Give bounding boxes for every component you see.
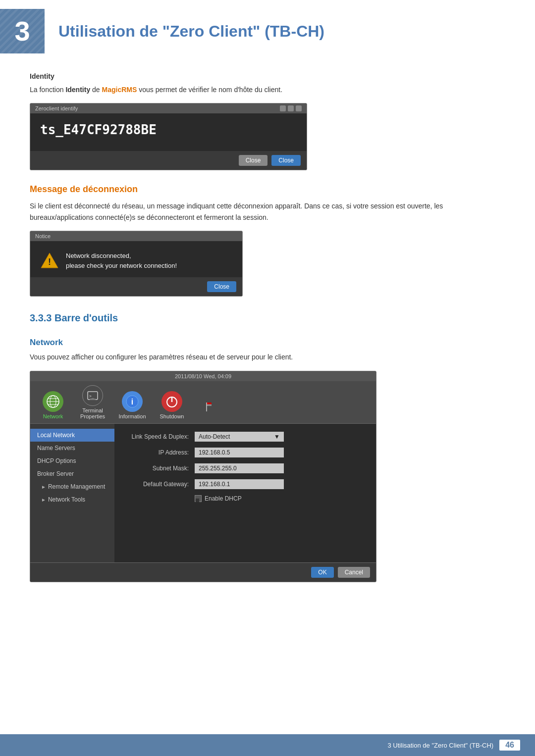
toolbar-shutdown-label: Shutdown	[160, 413, 184, 419]
network-dialog: 2011/08/10 Wed, 04:09 Network	[30, 371, 376, 582]
page-header: 3 Utilisation de "Zero Client" (TB-CH)	[0, 0, 535, 62]
notice-close-btn[interactable]: Close	[207, 281, 236, 292]
warning-icon: !	[40, 251, 59, 270]
notice-body: ! Network disconnected, please check you…	[30, 241, 242, 277]
identity-dialog: Zeroclient identify ts_E47CF92788BE Clos…	[30, 103, 307, 170]
notice-dialog: Notice ! Network disconnected, please ch…	[30, 231, 243, 297]
network-content: Local Network Name Servers DHCP Options …	[30, 424, 376, 562]
page-footer: 3 Utilisation de "Zero Client" (TB-CH) 4…	[0, 734, 535, 756]
sidebar-item-network-tools[interactable]: ►Network Tools	[30, 493, 114, 506]
footer-text: 3 Utilisation de "Zero Client" (TB-CH)	[388, 742, 494, 749]
toolbar-item-network[interactable]: Network	[38, 391, 68, 419]
svg-text:>_: >_	[89, 394, 94, 399]
identity-desc-part1: La fonction	[30, 86, 65, 94]
toolbar-item-information[interactable]: i Information	[117, 391, 147, 419]
link-speed-select[interactable]: Auto-Detect ▼	[195, 432, 284, 442]
barre-heading: 3.3.3 Barre d'outils	[30, 312, 505, 324]
sidebar-item-remote-mgmt[interactable]: ►Remote Management	[30, 480, 114, 493]
network-dialog-footer: OK Cancel	[30, 562, 376, 582]
sidebar-item-broker-server[interactable]: Broker Server	[30, 467, 114, 480]
page-title: Utilisation de "Zero Client" (TB-CH)	[58, 22, 324, 41]
dhcp-label: Enable DHCP	[205, 495, 242, 502]
toolbar-icons-row: Network >_ TerminalProperties	[30, 381, 376, 424]
identity-dialog-titlebar: Zeroclient identify	[30, 103, 307, 113]
network-section: Network Vous pouvez afficher ou configur…	[30, 338, 505, 582]
info-icon: i	[122, 391, 143, 412]
identity-hostname: ts_E47CF92788BE	[40, 122, 297, 137]
identity-dialog-footer: Close Close	[30, 151, 307, 170]
titlebar-controls	[280, 105, 302, 111]
flag-icon-svg	[205, 401, 218, 414]
titlebar-btn-min[interactable]	[280, 105, 286, 111]
arrow-icon-tools: ►	[41, 497, 46, 503]
shutdown-icon	[161, 391, 182, 412]
network-dialog-titlebar: 2011/08/10 Wed, 04:09	[30, 371, 376, 381]
ip-label: IP Address:	[124, 449, 189, 456]
toolbar-terminal-label: TerminalProperties	[80, 407, 105, 419]
identity-desc-part3: vous permet de vérifier le nom d'hôte du…	[137, 86, 282, 94]
notice-line1: Network disconnected,	[66, 251, 177, 261]
svg-text:!: !	[48, 257, 51, 267]
sidebar-item-local-network[interactable]: Local Network	[30, 429, 114, 442]
identity-dialog-body: ts_E47CF92788BE	[30, 113, 307, 151]
subnet-input[interactable]	[195, 463, 284, 473]
network-icon-svg	[46, 395, 60, 408]
titlebar-btn-close[interactable]	[296, 105, 302, 111]
toolbar-item-shutdown[interactable]: Shutdown	[157, 391, 187, 419]
link-speed-value: Auto-Detect	[199, 433, 230, 440]
identity-titlebar-text: Zeroclient identify	[35, 105, 78, 111]
notice-message: Network disconnected, please check your …	[66, 251, 177, 270]
chapter-number-box: 3	[0, 9, 45, 53]
chapter-number: 3	[14, 17, 30, 45]
disconnect-heading: Message de déconnexion	[30, 184, 505, 195]
identity-desc-part2: de	[90, 86, 102, 94]
link-speed-arrow: ▼	[274, 433, 280, 440]
terminal-icon-svg: >_	[86, 389, 100, 403]
network-sidebar: Local Network Name Servers DHCP Options …	[30, 424, 114, 562]
network-main-panel: Link Speed & Duplex: Auto-Detect ▼ IP Ad…	[114, 424, 376, 562]
network-heading: Network	[30, 338, 505, 348]
arrow-icon-remote: ►	[41, 484, 46, 490]
link-speed-row: Link Speed & Duplex: Auto-Detect ▼	[124, 432, 366, 442]
svg-rect-9	[90, 399, 96, 400]
toolbar-item-terminal[interactable]: >_ TerminalProperties	[78, 385, 107, 419]
svg-text:i: i	[131, 398, 133, 406]
info-icon-svg: i	[125, 395, 139, 408]
shutdown-icon-svg	[165, 395, 179, 408]
dhcp-row: ■ Enable DHCP	[195, 495, 366, 502]
identity-desc-brand: MagicRMS	[102, 86, 137, 94]
ip-input[interactable]	[195, 448, 284, 457]
gateway-input[interactable]	[195, 479, 284, 489]
network-description: Vous pouvez afficher ou configurer les p…	[30, 352, 505, 362]
terminal-icon: >_	[82, 385, 103, 406]
toolbar-item-flag[interactable]	[197, 397, 226, 419]
sidebar-item-name-servers[interactable]: Name Servers	[30, 442, 114, 454]
link-speed-label: Link Speed & Duplex:	[124, 433, 189, 440]
disconnect-section: Message de déconnexion Si le client est …	[30, 184, 505, 297]
network-icon	[43, 391, 63, 412]
notice-footer: Close	[30, 277, 242, 296]
disconnect-text: Si le client est déconnecté du réseau, u…	[30, 201, 505, 223]
subnet-row: Subnet Mask:	[124, 463, 366, 473]
footer-page-num: 46	[499, 740, 520, 751]
notice-titlebar: Notice	[30, 231, 242, 241]
toolbar-network-label: Network	[43, 413, 63, 419]
identity-description: La fonction Identity de MagicRMS vous pe…	[30, 84, 505, 95]
ip-address-row: IP Address:	[124, 448, 366, 457]
barre-section: 3.3.3 Barre d'outils	[30, 312, 505, 324]
network-cancel-btn[interactable]: Cancel	[338, 567, 370, 578]
identity-close-btn-gray[interactable]: Close	[239, 155, 268, 166]
svg-rect-15	[207, 403, 212, 404]
sidebar-item-dhcp-options[interactable]: DHCP Options	[30, 454, 114, 467]
identity-desc-bold: Identity	[65, 86, 90, 94]
subnet-label: Subnet Mask:	[124, 465, 189, 472]
network-ok-btn[interactable]: OK	[311, 567, 333, 578]
titlebar-btn-max[interactable]	[288, 105, 294, 111]
identity-label: Identity	[30, 72, 505, 80]
notice-line2: please check your network connection!	[66, 261, 177, 271]
identity-close-btn[interactable]: Close	[271, 155, 301, 166]
identity-section: Identity La fonction Identity de MagicRM…	[30, 72, 505, 170]
dhcp-checkbox[interactable]: ■	[195, 495, 202, 502]
gateway-row: Default Gateway:	[124, 479, 366, 489]
toolbar-info-label: Information	[118, 413, 146, 419]
